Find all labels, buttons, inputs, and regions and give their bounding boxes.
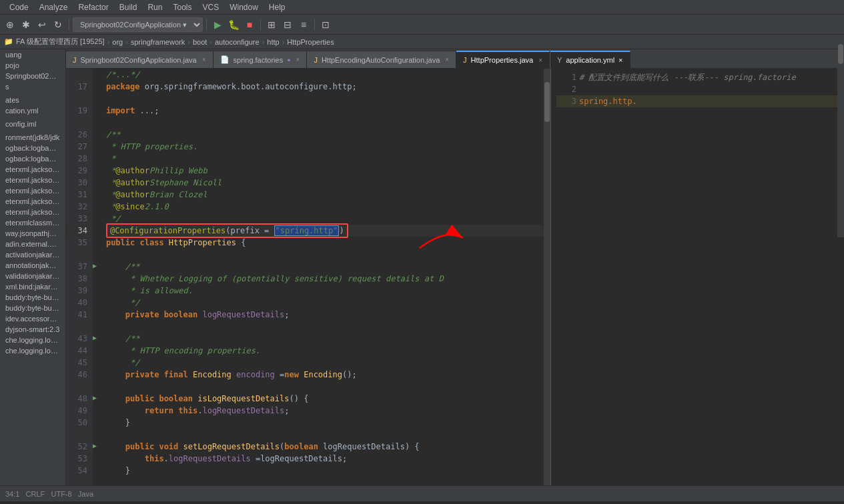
sidebar-item-log4j2[interactable]: che.logging.log4j:jlog4j-to-slf bbox=[0, 345, 65, 356]
tab-httpproperties[interactable]: J HttpProperties.java × bbox=[456, 51, 550, 68]
ln-38: 38 bbox=[66, 273, 87, 285]
sidebar-item-jackson3[interactable]: eterxml.jackson.datatypejacks bbox=[0, 185, 65, 196]
stop-btn[interactable]: ■ bbox=[242, 17, 257, 32]
breadcrumb-http[interactable]: http bbox=[267, 38, 279, 46]
sidebar-item-bytebuddy2[interactable]: buddy:byte-buddy-agent:1.10.1 bbox=[0, 303, 65, 313]
breadcrumb-springframework[interactable]: springframework bbox=[131, 38, 185, 46]
gutter-icon-37[interactable]: ▶ bbox=[93, 261, 103, 273]
menu-tools[interactable]: Tools bbox=[167, 3, 197, 12]
left-scrollbar-thumb[interactable] bbox=[544, 82, 550, 122]
sidebar-item-springboot[interactable]: Springboot02ConfigApplica bbox=[0, 71, 65, 81]
gutter-empty-39 bbox=[93, 285, 103, 297]
toolbar-btn-3[interactable]: ↩ bbox=[35, 17, 49, 32]
sidebar-item-configiml[interactable]: config.iml bbox=[0, 119, 65, 129]
sidebar-item-logback1[interactable]: ogback:logback-classic:1.2.3 bbox=[0, 143, 65, 153]
since-32: @since bbox=[115, 201, 144, 213]
menu-analyze[interactable]: Analyze bbox=[34, 3, 73, 12]
comment-40: */ bbox=[106, 297, 140, 309]
sidebar-item-activation[interactable]: activationjakarta.activation-a bbox=[0, 249, 65, 260]
project-selector[interactable]: Springboot02ConfigApplication ▾ bbox=[73, 17, 203, 32]
menu-run[interactable]: Run bbox=[142, 3, 167, 12]
config-props-paren: (prefix = bbox=[226, 226, 274, 235]
menu-window[interactable]: Window bbox=[224, 3, 264, 12]
breadcrumb-boot[interactable]: boot bbox=[193, 38, 207, 46]
toolbar-btn-extra1[interactable]: ⊞ bbox=[264, 17, 279, 32]
left-scrollbar[interactable] bbox=[544, 69, 550, 485]
gutter-empty-12 bbox=[93, 201, 103, 213]
menu-build[interactable]: Build bbox=[114, 3, 143, 12]
toolbar-btn-2[interactable]: ✱ bbox=[19, 17, 33, 32]
tab-application-yml[interactable]: Y application.yml × bbox=[550, 51, 630, 68]
code-content[interactable]: /*...*/ package org.springframework.boot… bbox=[103, 69, 550, 485]
toolbar-btn-extra2[interactable]: ⊟ bbox=[280, 17, 295, 32]
gutter-run-icon-37[interactable]: ▶ bbox=[93, 262, 97, 269]
gutter-icon-43[interactable]: ▶ bbox=[93, 333, 103, 345]
gutter-empty-41 bbox=[93, 309, 103, 321]
tab-close-1[interactable]: × bbox=[202, 56, 206, 63]
sidebar-item-logback2[interactable]: ogback:logback-core:1.2.3 bbox=[0, 153, 65, 164]
tab-close-2[interactable]: × bbox=[296, 56, 300, 63]
code-line-49: return this.logRequestDetails; bbox=[106, 405, 550, 417]
tab-icon-httpprops: J bbox=[463, 56, 467, 64]
tab-close-yml[interactable]: × bbox=[618, 56, 622, 64]
debug-btn[interactable]: 🐛 bbox=[226, 17, 241, 32]
sidebar-item-jackson4[interactable]: eterxml.jackson.datatypejacks bbox=[0, 196, 65, 207]
toolbar-btn-1[interactable]: ⊕ bbox=[3, 17, 17, 32]
class-encoding-new: Encoding bbox=[304, 369, 342, 381]
sidebar-item-jsonpath[interactable]: way.jsonpathjson-path:2.4.0 bbox=[0, 228, 65, 239]
gutter-icon-52[interactable]: ▶ bbox=[93, 441, 103, 453]
toolbar-btn-4[interactable]: ↻ bbox=[51, 17, 65, 32]
tab-icon-java: J bbox=[73, 56, 77, 64]
breadcrumb-fa[interactable]: FA 级配置管理西历 [19525] bbox=[16, 37, 105, 47]
tab-spring-factories[interactable]: 📄 spring.factories ● × bbox=[214, 51, 308, 68]
yaml-code-content[interactable]: 1 # 配置文件到底能写什么 ---联系--- spring.factorie … bbox=[551, 69, 844, 110]
config-props-close: ) bbox=[339, 226, 344, 235]
toolbar-btn-extra4[interactable]: ⊡ bbox=[318, 17, 333, 32]
gutter-run-icon-48[interactable]: ▶ bbox=[93, 394, 97, 401]
run-btn[interactable]: ▶ bbox=[210, 17, 225, 32]
sidebar-item-bytebuddy1[interactable]: buddy:byte-buddy:1.10.1 bbox=[0, 292, 65, 303]
tab-springboot-config[interactable]: J Springboot02ConfigApplication.java × bbox=[66, 51, 214, 68]
sidebar-item-jsonsmart[interactable]: dyjson-smart:2.3 bbox=[0, 324, 65, 335]
sidebar-item-jackson5[interactable]: eterxml.jackson.modulejackso bbox=[0, 207, 65, 217]
right-editor: 1 # 配置文件到底能写什么 ---联系--- spring.factorie … bbox=[550, 69, 844, 485]
sidebar-item-google[interactable]: adin.external.google:android- bbox=[0, 239, 65, 249]
code-line-18 bbox=[106, 93, 550, 105]
gutter-run-icon-52[interactable]: ▶ bbox=[93, 442, 97, 449]
sidebar-item-jackson1[interactable]: eterxml.jackson.corejackson-d bbox=[0, 164, 65, 175]
code-line-37: /** bbox=[106, 261, 550, 273]
kw-public-48: public bbox=[125, 393, 154, 405]
menu-help[interactable]: Help bbox=[264, 3, 291, 12]
menu-code[interactable]: Code bbox=[4, 3, 34, 12]
menu-refactor[interactable]: Refactor bbox=[73, 3, 113, 12]
sidebar-item-jackson2[interactable]: eterxml.jackson.corejackson-d bbox=[0, 175, 65, 185]
sidebar-item-pojo[interactable]: pojo bbox=[0, 60, 65, 71]
toolbar-btn-extra3[interactable]: ≡ bbox=[296, 17, 311, 32]
sidebar-item-ates[interactable]: ates bbox=[0, 95, 65, 105]
class-encoding: Encoding bbox=[193, 369, 232, 381]
breadcrumb-org[interactable]: org bbox=[112, 38, 123, 46]
kw-new-46: new bbox=[284, 369, 299, 381]
gutter-empty-49 bbox=[93, 405, 103, 417]
tab-close-4[interactable]: × bbox=[538, 57, 542, 64]
menu-vcs[interactable]: VCS bbox=[197, 3, 224, 12]
sidebar-item-cationyml[interactable]: cation.yml bbox=[0, 105, 65, 116]
sidebar-item-classmate[interactable]: eterxmlclassmate:1.5.0 bbox=[0, 217, 65, 228]
gutter-run-icon-43[interactable]: ▶ bbox=[93, 334, 97, 341]
sidebar-item-validation[interactable]: validationjakarta.validation-a bbox=[0, 271, 65, 281]
breadcrumb-httpproperties[interactable]: HttpProperties bbox=[287, 38, 334, 46]
sidebar-item-uang[interactable]: uang bbox=[0, 49, 65, 60]
right-scrollbar[interactable] bbox=[837, 69, 844, 237]
sidebar-item-accessors[interactable]: idev.accessors-smart:1.2 bbox=[0, 313, 65, 324]
sidebar-item-annotation[interactable]: annotationjakarta.annotation- bbox=[0, 260, 65, 271]
sidebar-item-s[interactable]: s bbox=[0, 81, 65, 92]
sidebar-item-log4j1[interactable]: che.logging.log4j:jlog4j-api:2. bbox=[0, 335, 65, 345]
breadcrumb-autoconfigure[interactable]: autoconfigure bbox=[215, 38, 260, 46]
tab-close-3[interactable]: × bbox=[445, 56, 449, 63]
gutter-icon-48[interactable]: ▶ bbox=[93, 393, 103, 405]
sidebar-item-xmlbind[interactable]: xml.bind:jakarta.xml.bind-api: bbox=[0, 281, 65, 292]
sidebar-item-ronment[interactable]: ronment(jdk8/jdk bbox=[0, 132, 65, 143]
ln-31: 31 bbox=[66, 189, 87, 201]
tab-httpencoding[interactable]: J HttpEncodingAutoConfiguration.java × bbox=[307, 51, 456, 68]
comment-27: * HTTP properties. bbox=[106, 141, 197, 153]
